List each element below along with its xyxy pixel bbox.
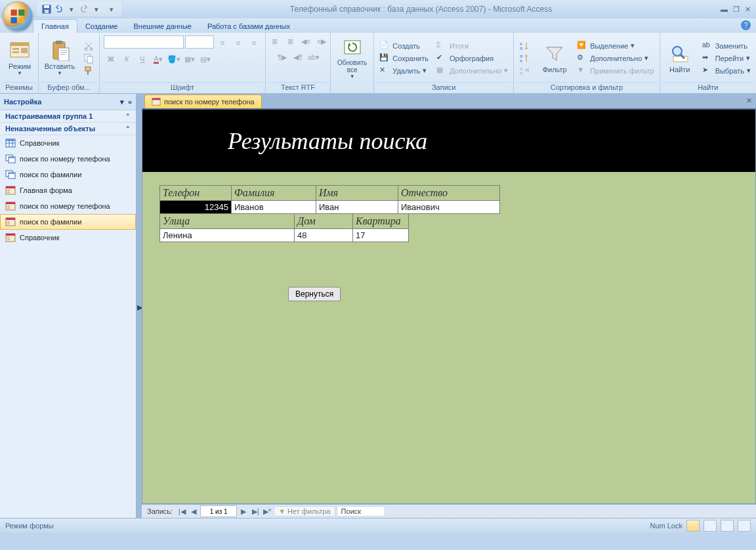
help-button[interactable]: ? bbox=[741, 20, 751, 30]
spell-icon: ✔ bbox=[436, 53, 447, 64]
bold-icon[interactable]: Ж bbox=[104, 52, 118, 66]
svg-rect-39 bbox=[6, 186, 15, 188]
cell-apt[interactable]: 17 bbox=[353, 229, 409, 242]
document-tab[interactable]: поиск по номеру телефона bbox=[144, 95, 262, 108]
svg-rect-3 bbox=[18, 17, 24, 23]
redo-menu-icon[interactable]: ▾ bbox=[91, 3, 102, 15]
tab-create[interactable]: Создание bbox=[77, 20, 126, 33]
alt-row-icon[interactable]: ▤▾ bbox=[198, 52, 213, 66]
replace[interactable]: abЗаменить bbox=[700, 40, 753, 52]
list-bul-icon[interactable]: ≣ bbox=[283, 34, 297, 49]
font-size-select[interactable] bbox=[185, 35, 214, 49]
save-icon: 💾 bbox=[379, 53, 390, 64]
nav-group-1[interactable]: Настраиваемая группа 1⌃ bbox=[0, 110, 136, 123]
tab-home[interactable]: Главная bbox=[33, 19, 77, 33]
nav-item-query1[interactable]: поиск по номеру телефона bbox=[0, 151, 136, 167]
align-left-icon[interactable]: ≡ bbox=[215, 35, 230, 50]
clear-sort-icon[interactable]: АЯ bbox=[516, 65, 532, 77]
maximize-button[interactable]: ❐ bbox=[733, 5, 740, 14]
first-record-icon[interactable]: |◀ bbox=[177, 506, 187, 517]
spelling[interactable]: ✔Орфография bbox=[434, 53, 511, 64]
nav-item-form3[interactable]: поиск по фамилии bbox=[0, 214, 136, 230]
sort-desc-icon[interactable]: ЯА bbox=[516, 53, 532, 64]
goto[interactable]: ➡Перейти ▾ bbox=[700, 53, 753, 64]
next-record-icon[interactable]: ▶ bbox=[238, 506, 249, 517]
back-button[interactable]: Вернуться bbox=[288, 287, 341, 301]
select[interactable]: ➤Выбрать ▾ bbox=[700, 65, 753, 77]
cell-firstname[interactable]: Иван bbox=[316, 201, 398, 214]
refresh-button[interactable]: Обновить все▼ bbox=[333, 35, 371, 81]
cell-street[interactable]: Ленина bbox=[160, 229, 295, 242]
office-orb[interactable] bbox=[3, 1, 33, 32]
ltr-icon[interactable]: ¶▶ bbox=[275, 50, 289, 64]
nav-item-table[interactable]: Справочник bbox=[0, 135, 136, 151]
record-search[interactable]: Поиск bbox=[337, 506, 385, 517]
new-record-icon[interactable]: ▶* bbox=[262, 506, 272, 517]
svg-rect-43 bbox=[6, 202, 15, 204]
view-layout-icon[interactable] bbox=[721, 520, 734, 532]
svg-rect-6 bbox=[45, 10, 49, 13]
gridlines-icon[interactable]: ▦▾ bbox=[182, 52, 197, 66]
indent-dec-icon[interactable]: ◀≡ bbox=[299, 34, 313, 49]
undo-icon[interactable] bbox=[53, 3, 65, 15]
save-record[interactable]: 💾Сохранить bbox=[377, 53, 431, 64]
highlight-icon[interactable]: ab▾ bbox=[306, 50, 321, 64]
prev-record-icon[interactable]: ◀ bbox=[188, 506, 199, 517]
minimize-button[interactable]: ▬ bbox=[721, 5, 728, 14]
last-record-icon[interactable]: ▶| bbox=[250, 506, 261, 517]
italic-icon[interactable]: К bbox=[119, 52, 134, 66]
list-num-icon[interactable]: ≣ bbox=[267, 34, 282, 49]
filter-button[interactable]: Фильтр bbox=[537, 42, 572, 75]
nav-item-form2[interactable]: поиск по номеру телефона bbox=[0, 198, 136, 214]
font-family-select[interactable] bbox=[104, 35, 184, 49]
svg-rect-31 bbox=[6, 139, 15, 141]
totals[interactable]: ΣИтоги bbox=[434, 40, 511, 52]
svg-text:А: А bbox=[520, 67, 522, 71]
new-record[interactable]: 📄Создать bbox=[377, 40, 431, 52]
nav-item-query2[interactable]: поиск по фамилии bbox=[0, 167, 136, 182]
view-button[interactable]: Режим▼ bbox=[3, 39, 37, 77]
nav-item-form4[interactable]: Справочник bbox=[0, 230, 136, 245]
qat-customize-icon[interactable]: ▾ bbox=[106, 3, 117, 15]
record-position[interactable] bbox=[200, 505, 237, 517]
close-button[interactable]: ✕ bbox=[745, 5, 751, 14]
view-form-icon[interactable] bbox=[686, 520, 700, 532]
toggle-filter[interactable]: ▼Применить фильтр bbox=[574, 65, 657, 77]
nav-header[interactable]: Настройка▾ « bbox=[0, 94, 136, 110]
redo-icon[interactable] bbox=[78, 3, 90, 15]
save-icon[interactable] bbox=[41, 3, 52, 15]
tab-external[interactable]: Внешние данные bbox=[126, 20, 200, 33]
record-selector-rail[interactable]: ▶ bbox=[136, 94, 142, 518]
cut-icon[interactable] bbox=[81, 40, 96, 52]
fill-color-icon[interactable]: 🪣▾ bbox=[167, 52, 181, 66]
paste-button[interactable]: Вставить▼ bbox=[41, 39, 78, 77]
font-color-icon[interactable]: A▾ bbox=[151, 52, 165, 66]
filter-indicator[interactable]: ▼Нет фильтра bbox=[274, 506, 335, 517]
delete-record[interactable]: ✕Удалить ▾ bbox=[377, 65, 431, 77]
rtl-icon[interactable]: ◀¶ bbox=[291, 50, 305, 64]
cell-telephone[interactable]: 12345 bbox=[160, 201, 232, 214]
align-center-icon[interactable]: ≡ bbox=[231, 35, 245, 50]
view-design-icon[interactable] bbox=[738, 520, 751, 532]
tab-dbtools[interactable]: Работа с базами данных bbox=[200, 20, 298, 33]
cell-midname[interactable]: Иванович bbox=[398, 201, 500, 214]
find-button[interactable]: Найти bbox=[663, 42, 697, 75]
advanced-filter[interactable]: ⚙Дополнительно ▾ bbox=[574, 53, 657, 64]
underline-icon[interactable]: Ч bbox=[135, 52, 150, 66]
sort-asc-icon[interactable]: АЯ bbox=[516, 40, 532, 52]
goto-icon: ➡ bbox=[702, 53, 713, 64]
cell-house[interactable]: 48 bbox=[295, 229, 353, 242]
nav-item-form1[interactable]: Главная форма bbox=[0, 182, 136, 198]
selection-filter[interactable]: 🔽Выделение ▾ bbox=[574, 40, 657, 52]
copy-icon[interactable] bbox=[81, 53, 96, 64]
more-records[interactable]: ▦Дополнительно ▾ bbox=[434, 65, 511, 77]
undo-menu-icon[interactable]: ▾ bbox=[66, 3, 77, 15]
align-right-icon[interactable]: ≡ bbox=[247, 35, 261, 50]
cell-lastname[interactable]: Иванов bbox=[232, 201, 316, 214]
view-datasheet-icon[interactable] bbox=[704, 520, 717, 532]
indent-inc-icon[interactable]: ≡▶ bbox=[314, 34, 329, 49]
format-painter-icon[interactable] bbox=[81, 65, 96, 77]
nav-group-2[interactable]: Неназначенные объекты⌃ bbox=[0, 123, 136, 135]
svg-rect-9 bbox=[12, 48, 19, 50]
document-close-icon[interactable]: ✕ bbox=[746, 96, 752, 105]
